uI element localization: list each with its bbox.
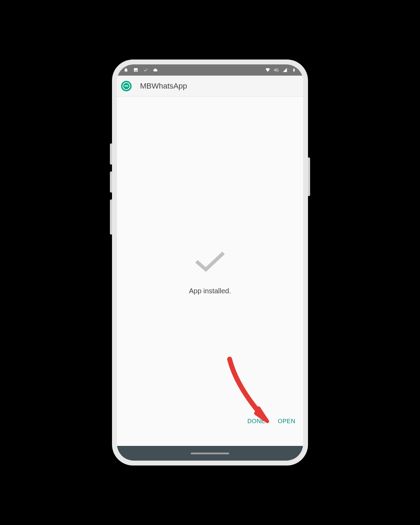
battery-icon bbox=[291, 67, 297, 73]
notification-bell-icon bbox=[123, 67, 129, 73]
network-4g-icon: 4G bbox=[274, 67, 279, 73]
action-buttons-row: DONE OPEN bbox=[243, 414, 300, 428]
status-bar-left bbox=[123, 67, 158, 73]
status-bar: 4G bbox=[117, 64, 303, 76]
app-title: MBWhatsApp bbox=[140, 82, 187, 91]
installer-content: App installed. DONE OPEN bbox=[117, 97, 303, 446]
phone-button bbox=[110, 200, 112, 234]
app-icon: MB bbox=[121, 81, 132, 91]
status-bar-right: 4G bbox=[265, 67, 297, 73]
image-icon bbox=[133, 67, 139, 73]
cloud-icon bbox=[153, 67, 158, 73]
open-button[interactable]: OPEN bbox=[273, 414, 300, 428]
phone-button bbox=[110, 172, 112, 192]
installer-header: MB MBWhatsApp bbox=[117, 76, 303, 97]
signal-icon bbox=[282, 67, 288, 73]
phone-mockup-frame: 4G MB MBWhatsApp App install bbox=[112, 59, 308, 465]
navigation-bar bbox=[117, 446, 303, 461]
phone-power-button bbox=[308, 158, 310, 196]
installed-status-text: App installed. bbox=[189, 287, 231, 295]
phone-side-buttons-left bbox=[110, 144, 112, 241]
home-indicator[interactable] bbox=[191, 453, 229, 454]
app-icon-label: MB bbox=[122, 82, 130, 90]
phone-button bbox=[110, 144, 112, 164]
check-icon bbox=[143, 67, 148, 73]
done-button[interactable]: DONE bbox=[243, 414, 270, 428]
phone-screen: 4G MB MBWhatsApp App install bbox=[117, 64, 303, 461]
success-checkmark-icon bbox=[192, 248, 227, 277]
wifi-icon bbox=[265, 67, 271, 73]
